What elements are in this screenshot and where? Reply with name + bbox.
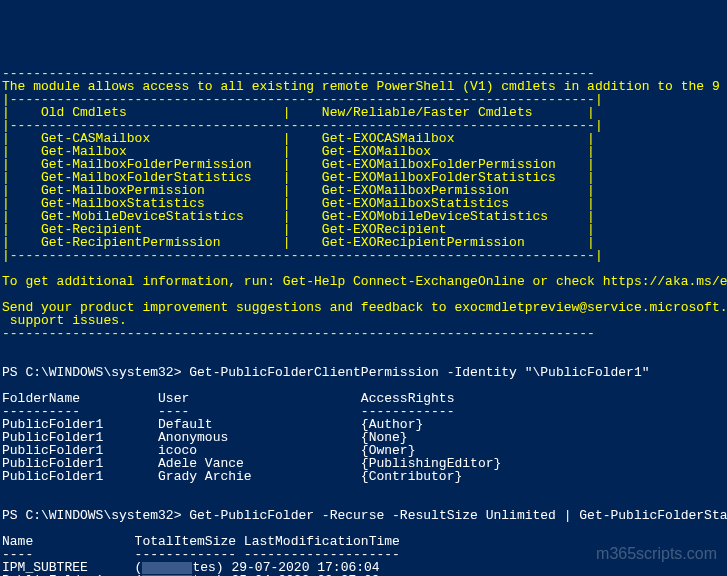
table-border-bottom: |---------------------------------------… — [2, 248, 603, 263]
banner-end-rule: ----------------------------------------… — [2, 326, 595, 341]
table-row: PublicFolder1 Grady Archie {Contributor} — [2, 469, 462, 484]
watermark-text: m365scripts.com — [596, 546, 717, 562]
redacted-value — [142, 562, 192, 574]
command-text: Get-PublicFolderClientPermission -Identi… — [189, 365, 649, 380]
ps-prompt[interactable]: PS C:\WINDOWS\system32> — [2, 508, 189, 523]
command-text: Get-PublicFolder -Recurse -ResultSize Un… — [189, 508, 727, 523]
ps-prompt[interactable]: PS C:\WINDOWS\system32> — [2, 365, 189, 380]
info-line: To get additional information, run: Get-… — [2, 274, 727, 289]
terminal-output: ----------------------------------------… — [0, 52, 727, 576]
